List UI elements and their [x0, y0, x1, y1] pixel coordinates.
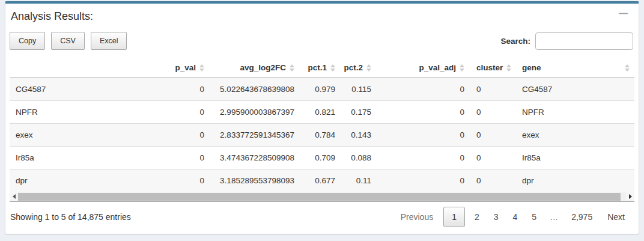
horizontal-scrollbar[interactable] — [10, 192, 634, 202]
column-header-gene[interactable]: gene — [517, 58, 634, 78]
column-header-rownames — [10, 58, 151, 78]
pct1-cell: 0.821 — [299, 101, 340, 124]
table-row[interactable]: CG4587 0 5.022643678639808 0.979 0.115 0… — [10, 78, 634, 101]
row-name-cell: NPFR — [10, 101, 151, 124]
gene-cell: NPFR — [517, 101, 634, 124]
csv-button[interactable]: CSV — [51, 32, 85, 50]
search-label: Search: — [500, 37, 530, 46]
table-toolbar: Copy CSV Excel Search: — [10, 32, 633, 50]
column-header-pct2[interactable]: pct.2 — [340, 58, 376, 78]
sort-icon[interactable] — [366, 64, 371, 72]
pct1-cell: 0.709 — [299, 147, 340, 169]
scrollbar-track[interactable] — [18, 192, 626, 201]
pct2-cell: 0.175 — [340, 101, 376, 124]
export-buttons: Copy CSV Excel — [10, 32, 127, 50]
page-button-5[interactable]: 5 — [524, 207, 544, 227]
table-row[interactable]: exex 0 2.833772591345367 0.784 0.143 0 0… — [10, 124, 634, 147]
p-val-cell: 0 — [151, 169, 209, 192]
p-val-adj-cell: 0 — [376, 78, 469, 101]
pct2-cell: 0.088 — [340, 147, 376, 169]
column-header-avg-log2fc[interactable]: avg_log2FC — [209, 58, 299, 78]
page-background: Analysis Results: — Copy CSV Excel Searc… — [0, 0, 644, 241]
sort-icon[interactable] — [330, 64, 335, 72]
pct2-cell: 0.143 — [340, 124, 376, 147]
pct1-cell: 0.784 — [299, 124, 340, 147]
p-val-cell: 0 — [151, 101, 209, 124]
page-button-1[interactable]: 1 — [443, 207, 465, 227]
search-container: Search: — [500, 32, 633, 50]
table-footer: Showing 1 to 5 of 14,875 entries Previou… — [10, 207, 634, 227]
row-name-cell: Ir85a — [10, 147, 151, 169]
page-button-2975[interactable]: 2,975 — [564, 207, 600, 227]
column-header-pct1[interactable]: pct.1 — [299, 58, 340, 78]
next-page-button[interactable]: Next — [600, 207, 633, 227]
gene-cell: CG4587 — [517, 78, 634, 101]
scrollbar-thumb[interactable] — [18, 193, 621, 201]
pct1-cell: 0.979 — [299, 78, 340, 101]
table-row[interactable]: dpr 0 3.185289553798093 0.677 0.11 0 0 d… — [10, 169, 634, 192]
sort-icon[interactable] — [290, 64, 294, 72]
page-title: Analysis Results: — [11, 10, 633, 23]
avg-log2fc-cell: 2.995900003867397 — [209, 101, 299, 124]
gene-cell: Ir85a — [517, 147, 634, 169]
gene-cell: exex — [517, 124, 634, 147]
sort-icon[interactable] — [460, 64, 464, 72]
p-val-adj-cell: 0 — [376, 101, 469, 124]
cluster-cell: 0 — [469, 101, 517, 124]
analysis-results-panel: Analysis Results: — Copy CSV Excel Searc… — [5, 1, 639, 234]
pagination-ellipsis: … — [544, 207, 564, 227]
sort-icon[interactable] — [506, 64, 511, 72]
pagination: Previous 1 2 3 4 5 … 2,975 Next — [393, 207, 633, 227]
page-button-4[interactable]: 4 — [506, 207, 525, 227]
column-header-p-val[interactable]: p_val — [151, 58, 209, 78]
row-name-cell: CG4587 — [10, 78, 151, 101]
p-val-adj-cell: 0 — [376, 147, 469, 169]
avg-log2fc-cell: 2.833772591345367 — [209, 124, 299, 147]
p-val-cell: 0 — [151, 147, 209, 169]
page-button-3[interactable]: 3 — [487, 207, 506, 227]
p-val-cell: 0 — [151, 78, 209, 101]
p-val-adj-cell: 0 — [376, 124, 469, 147]
panel-header: Analysis Results: — — [5, 4, 639, 23]
scroll-left-arrow-icon[interactable] — [10, 192, 18, 201]
cluster-cell: 0 — [469, 124, 517, 147]
row-name-cell: exex — [10, 124, 151, 147]
pct1-cell: 0.677 — [299, 169, 340, 192]
cluster-cell: 0 — [469, 169, 517, 192]
entries-info: Showing 1 to 5 of 14,875 entries — [10, 212, 131, 222]
sort-icon[interactable] — [625, 64, 630, 72]
pct2-cell: 0.11 — [340, 169, 376, 192]
pct2-cell: 0.115 — [340, 78, 376, 101]
collapse-icon[interactable]: — — [619, 8, 628, 17]
column-header-p-val-adj[interactable]: p_val_adj — [376, 58, 469, 78]
search-input[interactable] — [535, 32, 633, 50]
row-name-cell: dpr — [10, 169, 151, 192]
previous-page-button[interactable]: Previous — [393, 207, 441, 227]
p-val-adj-cell: 0 — [376, 169, 469, 192]
page-button-2[interactable]: 2 — [467, 207, 487, 227]
column-header-cluster[interactable]: cluster — [469, 58, 517, 78]
avg-log2fc-cell: 3.185289553798093 — [209, 169, 299, 192]
excel-button[interactable]: Excel — [91, 32, 127, 50]
table-row[interactable]: Ir85a 0 3.474367228509908 0.709 0.088 0 … — [10, 147, 634, 169]
scroll-right-arrow-icon[interactable] — [626, 192, 634, 201]
table-row[interactable]: NPFR 0 2.995900003867397 0.821 0.175 0 0… — [10, 101, 634, 124]
gene-cell: dpr — [517, 169, 634, 192]
cluster-cell: 0 — [469, 78, 517, 101]
avg-log2fc-cell: 5.022643678639808 — [209, 78, 299, 101]
results-table: p_val avg_log2FC pct.1 pct.2 p_val_adj c… — [10, 58, 634, 192]
cluster-cell: 0 — [469, 147, 517, 169]
copy-button[interactable]: Copy — [10, 32, 45, 50]
p-val-cell: 0 — [151, 124, 209, 147]
table-header-row: p_val avg_log2FC pct.1 pct.2 p_val_adj c… — [10, 58, 634, 78]
sort-icon[interactable] — [199, 64, 204, 72]
avg-log2fc-cell: 3.474367228509908 — [209, 147, 299, 169]
